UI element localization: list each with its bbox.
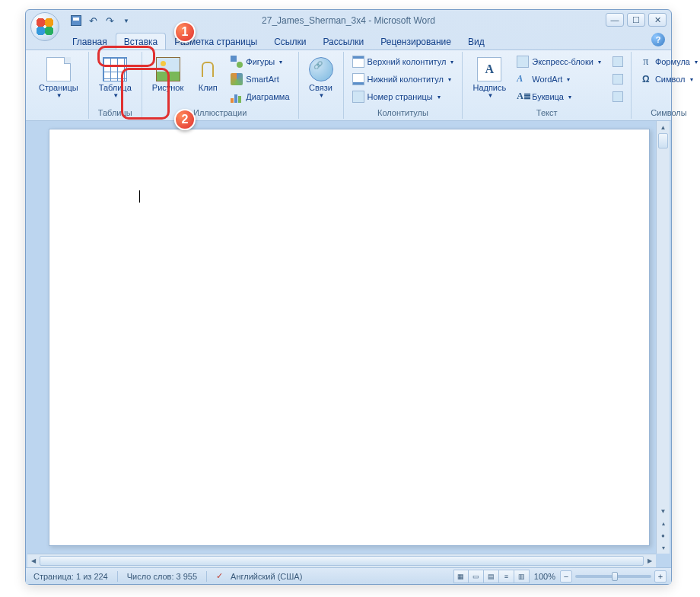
scroll-track[interactable] <box>657 133 670 505</box>
tab-review[interactable]: Рецензирование <box>372 33 460 49</box>
smartart-button[interactable]: SmartArt <box>227 71 293 88</box>
dropcap-button[interactable]: A≣ Буквица ▾ <box>513 88 605 105</box>
save-button[interactable] <box>68 13 84 28</box>
footer-button[interactable]: Нижний колонтитул ▾ <box>348 71 458 88</box>
status-language[interactable]: Английский (США) <box>228 572 305 581</box>
signature-button[interactable] <box>609 53 626 70</box>
horizontal-scrollbar[interactable]: ◀ ▶ <box>27 554 656 567</box>
view-outline[interactable]: ≡ <box>499 570 514 583</box>
group-illustrations-label: Иллюстрации <box>147 107 294 117</box>
pages-label: Страницы <box>39 83 78 92</box>
chevron-down-icon: ▼ <box>319 92 325 99</box>
pagenumber-button[interactable]: Номер страницы ▾ <box>348 88 458 105</box>
chevron-down-icon: ▼ <box>487 92 493 99</box>
view-print-layout[interactable]: ▦ <box>453 570 469 583</box>
next-page-button[interactable]: ▾ <box>661 541 665 554</box>
scroll-up-button[interactable]: ▲ <box>657 121 670 133</box>
scroll-thumb-h[interactable] <box>40 556 644 566</box>
office-button[interactable] <box>30 12 59 41</box>
zoom-slider-thumb[interactable] <box>612 572 618 581</box>
shapes-icon <box>231 56 243 68</box>
picture-button[interactable]: Рисунок <box>147 53 189 94</box>
header-button[interactable]: Верхний колонтитул ▾ <box>348 53 458 70</box>
tab-mailings[interactable]: Рассылки <box>314 33 372 49</box>
view-draft[interactable]: ▥ <box>514 570 530 583</box>
zoom-out-button[interactable]: − <box>560 570 572 583</box>
help-button[interactable]: ? <box>651 33 665 46</box>
dropcap-label: Буквица <box>532 92 564 101</box>
link-icon <box>309 57 333 81</box>
chevron-down-icon: ▾ <box>448 76 451 83</box>
formula-button[interactable]: π Формула ▾ <box>636 53 700 70</box>
minimize-button[interactable]: — <box>606 13 624 27</box>
datetime-button[interactable] <box>609 71 626 88</box>
tab-view[interactable]: Вид <box>460 33 493 49</box>
scroll-thumb[interactable] <box>658 133 668 148</box>
chevron-down-icon: ▾ <box>695 59 698 65</box>
group-pages: Страницы ▼ <box>29 52 89 119</box>
zoom-in-button[interactable]: + <box>654 570 667 583</box>
chevron-down-icon: ▾ <box>568 94 571 101</box>
clip-button[interactable]: Клип <box>190 53 225 94</box>
pagenumber-icon <box>352 91 364 103</box>
scroll-left-button[interactable]: ◀ <box>27 554 40 567</box>
smartart-label: SmartArt <box>246 75 278 84</box>
redo-button[interactable]: ↷ <box>102 13 117 28</box>
text-cursor <box>139 190 140 203</box>
table-button[interactable]: Таблица ▼ <box>94 53 137 101</box>
scroll-down-button[interactable]: ▼ <box>657 505 670 517</box>
group-headers-label: Колонтитулы <box>348 107 458 117</box>
wordart-button[interactable]: A WordArt ▾ <box>513 71 605 88</box>
spellcheck-button[interactable]: ✓ <box>213 571 226 581</box>
app-window: ↶ ↷ ▼ 27_James_Sherman_3x4 - Microsoft W… <box>25 9 672 585</box>
chart-button[interactable]: Диаграмма <box>227 88 293 105</box>
maximize-icon: ☐ <box>632 15 640 25</box>
zoom-slider[interactable] <box>575 575 651 578</box>
view-web[interactable]: ▤ <box>484 570 499 583</box>
chart-icon <box>231 91 243 103</box>
titlebar: ↶ ↷ ▼ 27_James_Sherman_3x4 - Microsoft W… <box>26 10 671 31</box>
zoom-value[interactable]: 100% <box>531 572 558 581</box>
browse-object-button[interactable]: ● <box>661 529 665 541</box>
chevron-down-icon: ▾ <box>279 59 282 65</box>
object-button[interactable] <box>609 88 626 105</box>
qat-customize[interactable]: ▼ <box>119 13 134 28</box>
textbox-button[interactable]: A Надпись ▼ <box>467 53 511 101</box>
shapes-button[interactable]: Фигуры ▾ <box>227 53 293 70</box>
textbox-icon: A <box>477 57 501 81</box>
symbol-button[interactable]: Ω Символ ▾ <box>636 71 700 88</box>
help-icon: ? <box>656 35 661 44</box>
scroll-right-button[interactable]: ▶ <box>644 554 656 567</box>
tab-references[interactable]: Ссылки <box>266 33 314 49</box>
close-button[interactable]: ✕ <box>648 13 667 27</box>
quickparts-button[interactable]: Экспресс-блоки ▾ <box>513 53 605 70</box>
vertical-scrollbar[interactable]: ▲ ▼ ▴ ● ▾ <box>656 121 670 554</box>
wordart-icon: A <box>517 73 529 85</box>
tab-insert[interactable]: Вставка <box>116 33 167 49</box>
picture-label: Рисунок <box>152 83 184 92</box>
signature-icon <box>612 56 623 67</box>
window-title: 27_James_Sherman_3x4 - Microsoft Word <box>262 15 435 26</box>
undo-button[interactable]: ↶ <box>85 13 100 28</box>
group-tables-label: Таблицы <box>94 107 137 117</box>
pages-button[interactable]: Страницы ▼ <box>33 53 84 101</box>
view-fullscreen[interactable]: ▭ <box>469 570 484 583</box>
status-words[interactable]: Число слов: 3 955 <box>124 572 200 581</box>
links-label: Связи <box>309 83 332 92</box>
callout-badge-1: 1 <box>174 21 196 43</box>
status-page[interactable]: Страница: 1 из 224 <box>30 572 111 581</box>
maximize-button[interactable]: ☐ <box>627 13 645 27</box>
group-symbols-label: Символы <box>636 107 700 117</box>
status-bar: Страница: 1 из 224 Число слов: 3 955 ✓ А… <box>26 567 671 584</box>
document-page[interactable] <box>49 129 650 546</box>
table-icon <box>103 57 127 81</box>
wordart-label: WordArt <box>532 75 562 84</box>
scroll-track-h[interactable] <box>40 554 644 567</box>
clip-label: Клип <box>199 83 218 92</box>
tab-home[interactable]: Главная <box>64 33 116 49</box>
chevron-down-icon: ▼ <box>123 18 129 24</box>
web-icon: ▤ <box>488 573 495 580</box>
links-button[interactable]: Связи ▼ <box>304 53 339 101</box>
chevron-down-icon: ▾ <box>567 76 570 83</box>
prev-page-button[interactable]: ▴ <box>661 517 665 529</box>
